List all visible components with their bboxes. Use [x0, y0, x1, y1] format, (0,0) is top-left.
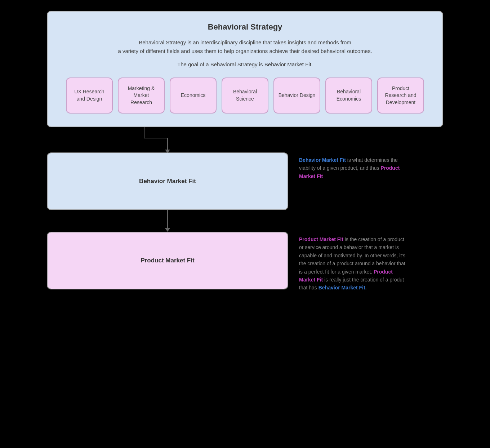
- discipline-behavior-design: Behavior Design: [273, 77, 320, 114]
- pmf-title: Product Market Fit: [141, 257, 194, 264]
- discipline-economics: Economics: [170, 77, 217, 114]
- top-card-title: Behavioral Strategy: [62, 22, 428, 32]
- bmf-annotation-link: Behavior Market Fit: [299, 157, 346, 163]
- behavior-market-fit-box: Behavior Market Fit: [47, 152, 288, 210]
- bmf-title: Behavior Market Fit: [139, 178, 196, 185]
- connector-arrow-top: [41, 127, 294, 152]
- discipline-marketing: Marketing & Market Research: [118, 77, 165, 114]
- disciplines-container: UX Research and Design Marketing & Marke…: [62, 77, 428, 114]
- top-card: Behavioral Strategy Behavioral Strategy …: [47, 11, 443, 127]
- connector-arrow-mid: [47, 210, 288, 232]
- pmf-annotation: Product Market Fit is the creation of a …: [299, 232, 407, 292]
- product-market-fit-box: Product Market Fit: [47, 232, 288, 289]
- pmf-row: Product Market Fit Product Market Fit is…: [47, 232, 443, 292]
- page-wrapper: Behavioral Strategy Behavioral Strategy …: [47, 11, 443, 292]
- top-card-description: Behavioral Strategy is an interdisciplin…: [62, 38, 428, 56]
- discipline-product-research: Product Research and Development: [377, 77, 424, 114]
- bmf-row: Behavior Market Fit Behavior Market Fit …: [47, 152, 443, 210]
- discipline-ux: UX Research and Design: [66, 77, 113, 114]
- top-card-goal: The goal of a Behavioral Strategy is Beh…: [62, 61, 428, 67]
- svg-marker-0: [165, 150, 170, 152]
- discipline-behavioral-economics: Behavioral Economics: [325, 77, 372, 114]
- bmf-annotation: Behavior Market Fit is what determines t…: [299, 152, 407, 180]
- discipline-behavioral-science: Behavioral Science: [222, 77, 268, 114]
- svg-marker-1: [165, 228, 170, 232]
- bmf-annotation-link2: Behavior Market Fit.: [318, 285, 367, 290]
- behavior-market-fit-link[interactable]: Behavior Market Fit: [264, 61, 311, 67]
- pmf-annotation-bold: Product Market Fit: [299, 236, 343, 242]
